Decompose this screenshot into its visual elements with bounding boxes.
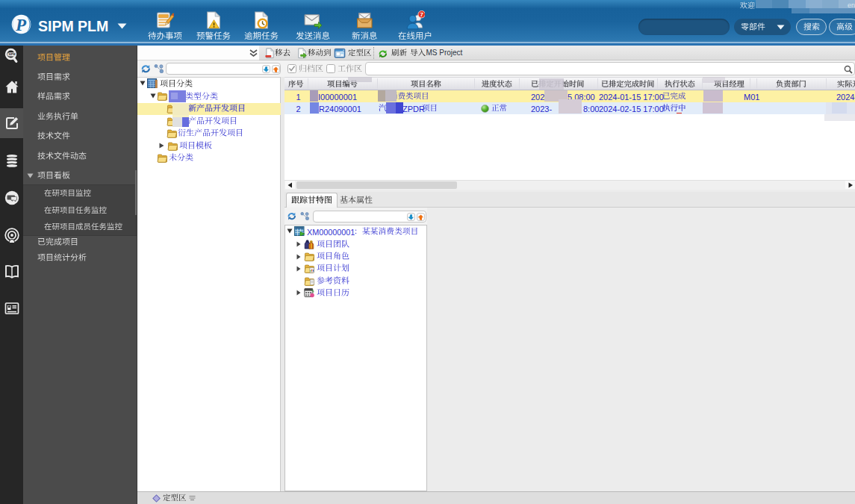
- svg-text:7: 7: [420, 11, 424, 18]
- svg-text:P: P: [15, 16, 27, 34]
- svg-text:SIPM: SIPM: [8, 53, 15, 56]
